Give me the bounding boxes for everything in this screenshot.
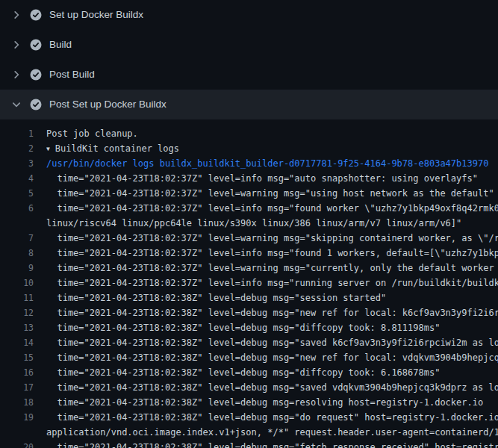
line-number[interactable]: 6 <box>0 201 46 216</box>
check-circle-icon <box>30 9 42 21</box>
line-text: time="2021-04-23T18:02:38Z" level=debug … <box>46 395 498 410</box>
step-header[interactable]: Post Set up Docker Buildx <box>0 90 498 119</box>
line-number[interactable]: 4 <box>0 171 46 186</box>
step-list: Set up Docker Buildx Build P <box>0 0 498 119</box>
line-number[interactable]: 19 <box>0 410 46 425</box>
line-number[interactable]: 10 <box>0 276 46 290</box>
line-number[interactable]: 7 <box>0 231 46 246</box>
log-line: 5 time="2021-04-23T18:02:37Z" level=warn… <box>0 186 498 201</box>
chevron-right-icon <box>10 39 22 51</box>
log-line: linux/riscv64 linux/ppc64le linux/s390x … <box>0 216 498 231</box>
log-line: 4 time="2021-04-23T18:02:37Z" level=info… <box>0 171 498 186</box>
group-toggle-icon[interactable]: ▼ <box>46 142 50 156</box>
chevron-right-icon <box>10 69 22 81</box>
log-line: 16 time="2021-04-23T18:02:38Z" level=deb… <box>0 365 498 380</box>
line-number[interactable] <box>0 425 46 440</box>
step-header[interactable]: Post Build <box>0 60 498 90</box>
line-number[interactable]: 2 <box>0 141 46 156</box>
line-text: time="2021-04-23T18:02:38Z" level=debug … <box>46 365 498 380</box>
line-number[interactable]: 18 <box>0 395 46 410</box>
line-number[interactable] <box>0 216 46 231</box>
line-text: Post job cleanup. <box>46 126 498 141</box>
check-circle-icon <box>30 69 42 81</box>
log-line: 8 time="2021-04-23T18:02:37Z" level=info… <box>0 246 498 261</box>
log-line: 1 Post job cleanup. <box>0 126 498 141</box>
line-number[interactable]: 3 <box>0 156 46 171</box>
step-label: Post Build <box>49 69 95 81</box>
line-text: time="2021-04-23T18:02:37Z" level=info m… <box>46 246 498 261</box>
log-line: 13 time="2021-04-23T18:02:38Z" level=deb… <box>0 320 498 335</box>
line-text: time="2021-04-23T18:02:38Z" level=debug … <box>46 305 498 320</box>
line-text: time="2021-04-23T18:02:38Z" level=debug … <box>46 410 498 425</box>
line-text: time="2021-04-23T18:02:37Z" level=info m… <box>46 201 498 216</box>
log-line: 10 time="2021-04-23T18:02:37Z" level=inf… <box>0 276 498 290</box>
line-text: linux/riscv64 linux/ppc64le linux/s390x … <box>46 216 498 231</box>
log-area: 1 Post job cleanup. 2 ▼BuildKit containe… <box>0 119 498 448</box>
line-number[interactable]: 12 <box>0 305 46 320</box>
step-label: Set up Docker Buildx <box>49 9 143 21</box>
line-text: time="2021-04-23T18:02:38Z" level=debug … <box>46 380 498 395</box>
line-text[interactable]: ▼BuildKit container logs <box>46 141 498 156</box>
log-line: 14 time="2021-04-23T18:02:38Z" level=deb… <box>0 335 498 350</box>
line-text: time="2021-04-23T18:02:37Z" level=info m… <box>46 171 498 186</box>
step-header[interactable]: Set up Docker Buildx <box>0 0 498 30</box>
line-number[interactable]: 14 <box>0 335 46 350</box>
line-text: time="2021-04-23T18:02:38Z" level=debug … <box>46 335 498 350</box>
log-line: 3 /usr/bin/docker logs buildx_buildkit_b… <box>0 156 498 171</box>
step-label: Build <box>49 39 72 51</box>
log-line: 11 time="2021-04-23T18:02:38Z" level=deb… <box>0 290 498 305</box>
log-line: 7 time="2021-04-23T18:02:37Z" level=warn… <box>0 231 498 246</box>
log-line: 2 ▼BuildKit container logs <box>0 141 498 156</box>
step-header[interactable]: Build <box>0 30 498 60</box>
log-line: 18 time="2021-04-23T18:02:38Z" level=deb… <box>0 395 498 410</box>
log-line: 9 time="2021-04-23T18:02:37Z" level=warn… <box>0 261 498 276</box>
line-number[interactable]: 5 <box>0 186 46 201</box>
line-number[interactable]: 17 <box>0 380 46 395</box>
line-text: time="2021-04-23T18:02:37Z" level=warnin… <box>46 231 498 246</box>
check-circle-icon <box>30 99 42 111</box>
line-text: time="2021-04-23T18:02:37Z" level=warnin… <box>46 261 498 276</box>
line-text: time="2021-04-23T18:02:38Z" level=debug … <box>46 440 498 448</box>
log-line: 6 time="2021-04-23T18:02:37Z" level=info… <box>0 201 498 216</box>
log-line: 20 time="2021-04-23T18:02:38Z" level=deb… <box>0 440 498 448</box>
log-line: 15 time="2021-04-23T18:02:38Z" level=deb… <box>0 350 498 365</box>
line-text: time="2021-04-23T18:02:38Z" level=debug … <box>46 290 498 305</box>
log-line: 19 time="2021-04-23T18:02:38Z" level=deb… <box>0 410 498 425</box>
step-label: Post Set up Docker Buildx <box>49 99 166 111</box>
line-number[interactable]: 8 <box>0 246 46 261</box>
check-circle-icon <box>30 39 42 51</box>
line-number[interactable]: 20 <box>0 440 46 448</box>
chevron-down-icon <box>10 99 22 111</box>
line-number[interactable]: 11 <box>0 290 46 305</box>
log-line: application/vnd.oci.image.index.v1+json,… <box>0 425 498 440</box>
line-text: time="2021-04-23T18:02:38Z" level=debug … <box>46 320 498 335</box>
line-text: time="2021-04-23T18:02:38Z" level=debug … <box>46 350 498 365</box>
line-number[interactable]: 15 <box>0 350 46 365</box>
log-line: 12 time="2021-04-23T18:02:38Z" level=deb… <box>0 305 498 320</box>
actions-log-viewer: Set up Docker Buildx Build P <box>0 0 498 448</box>
log-line: 17 time="2021-04-23T18:02:38Z" level=deb… <box>0 380 498 395</box>
line-number[interactable]: 16 <box>0 365 46 380</box>
line-number[interactable]: 13 <box>0 320 46 335</box>
chevron-right-icon <box>10 9 22 21</box>
line-text: application/vnd.oci.image.index.v1+json,… <box>46 425 498 440</box>
line-text: time="2021-04-23T18:02:37Z" level=warnin… <box>46 186 498 201</box>
line-text: /usr/bin/docker logs buildx_buildkit_bui… <box>46 156 498 171</box>
line-text: time="2021-04-23T18:02:37Z" level=info m… <box>46 276 498 290</box>
line-number[interactable]: 1 <box>0 126 46 141</box>
line-number[interactable]: 9 <box>0 261 46 276</box>
